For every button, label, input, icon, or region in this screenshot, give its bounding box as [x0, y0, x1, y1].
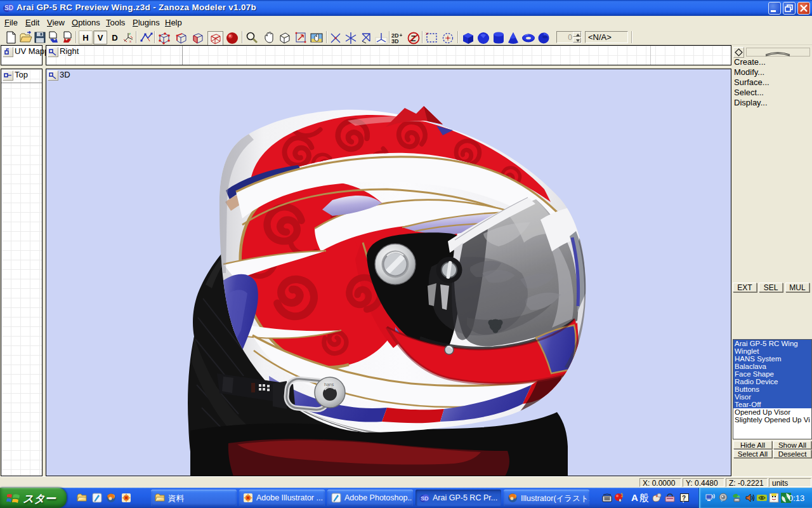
svg-text:z: z — [129, 32, 131, 36]
svg-text:hans: hans — [324, 382, 334, 387]
svg-text:SD: SD — [4, 4, 13, 11]
svg-text:3D: 3D — [391, 38, 399, 44]
svg-text:SD: SD — [421, 495, 429, 502]
svg-text:?: ? — [682, 495, 686, 502]
svg-text:x: x — [129, 39, 131, 43]
